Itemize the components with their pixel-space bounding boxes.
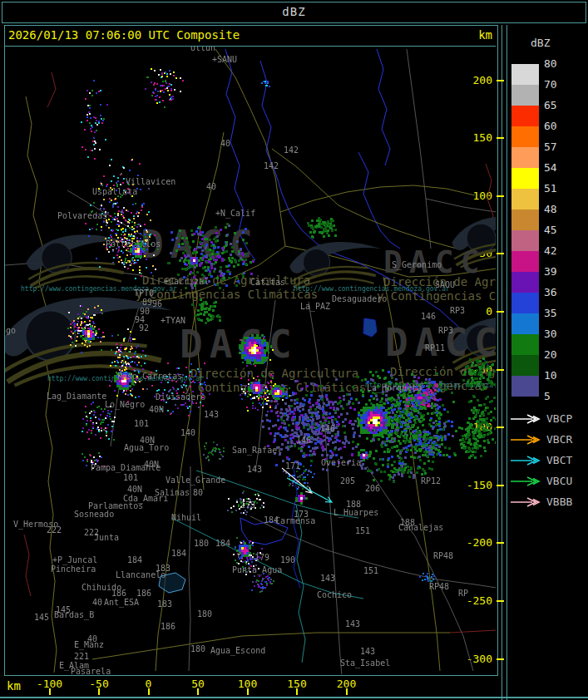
place-label: 143 [320,574,335,583]
place-label: +Carrizal [164,277,209,286]
scale-tick-label: 5 [544,390,574,402]
legend-arrow-icon [509,496,546,508]
scale-swatch [511,230,539,251]
scale-swatch [511,106,539,126]
place-label: La_Horqueta [367,383,422,392]
place-label: Ullun [190,46,215,52]
place-label: Sta_Isabel [340,658,390,668]
axis-tick [98,688,100,695]
place-label: Polvaredas [57,211,107,220]
place-label: 40 [92,598,102,607]
place-label: 184 [127,555,142,564]
scale-swatch [511,313,539,334]
place-label: S_Geronimo [392,260,442,269]
place-label: 151 [363,566,378,575]
scale-tick-label: 36 [544,286,574,298]
axis-tick [497,137,504,139]
place-label: Paso_Carretas [117,372,182,381]
place-label: 173 [294,510,309,519]
axis-tick [346,688,348,695]
place-label: Lo_Negro [105,400,145,409]
place-label: 143 [360,647,375,656]
axis-tick [497,253,504,254]
place-label: 143 [204,410,219,419]
axis-tick [148,688,150,695]
place-label: Junta [94,533,119,542]
place-label: 184 [171,549,186,558]
scale-tick-label: 48 [544,203,574,215]
scale-tick-label: 51 [544,182,574,195]
place-label: La_PAZ [300,302,330,311]
legend-label: VBBB [546,495,572,508]
place-label: Bardas_B [54,610,94,619]
color-scale-title: dBZ [531,37,550,49]
place-label: Ovejeria [321,458,361,467]
place-label: Desaguadero [332,294,387,303]
place-label: 40N [149,405,164,414]
place-label: 190 [280,555,295,564]
scale-swatch [511,189,539,210]
place-label: RP [458,589,468,598]
axis-tick [296,688,298,695]
place-label: 80 [193,488,203,497]
axis-tick [497,600,504,602]
map-frame: 2026/01/13 07:06:00 UTC Composite km DAC… [4,25,498,676]
scale-tick-label: 39 [544,265,574,278]
place-label: +N_Calif [215,209,255,218]
place-label: 171 [285,461,300,471]
place-label: Pampa_Diamante [91,463,161,472]
scale-swatch [511,376,539,397]
scale-tick-label: 60 [544,120,574,132]
scale-swatch [511,272,539,293]
place-label: 101 [134,419,149,428]
place-label: Pincheira [51,564,96,574]
place-label: Cochico [317,590,352,599]
legend-arrow-icon [509,455,546,466]
place-label: 186 [161,622,175,631]
panel-separator-line [506,25,507,700]
legend-label: VBCU [546,475,572,487]
radar-app-window: dBZ 2026/01/13 07:06:00 UTC Composite km… [0,0,588,700]
place-label: 205 [340,476,355,486]
place-label: Agua_Toro [124,443,169,452]
place-label: Catitas [250,278,285,287]
place-label: +TYAN [161,316,185,325]
legend-label: VBCT [546,454,572,466]
place-label: +SANU [212,55,237,64]
place-label: 92 [139,323,149,333]
scale-swatch [511,293,539,313]
panel-separator-line [502,25,502,700]
place-label: ago [5,326,16,335]
place-label: 183 [157,599,172,609]
place-label: 179 [240,500,255,510]
radar-echo-layer [5,47,496,674]
place-label: Divisadero [156,392,205,402]
place-label: 40N [127,485,142,494]
legend-arrow-icon [509,434,546,446]
place-label: Nihuil [171,513,201,522]
place-label: Lag_Diamante [47,392,106,401]
place-label: 186 [111,589,126,598]
place-label: Canalejas [398,523,443,532]
place-label: Punta_Agua [232,565,282,574]
place-label: 142 [284,145,299,155]
place-label: Agua_Escond [210,646,265,655]
scale-tick-label: 42 [544,244,574,257]
scale-swatch [511,168,539,189]
scale-swatch [511,147,539,168]
place-label: RP3 [438,326,453,335]
scale-tick-label: 30 [544,328,574,340]
axis-tick [497,311,504,313]
place-label: RP48 [433,551,453,560]
scale-swatch [511,334,539,355]
place-label: Valle_Grande [166,476,225,485]
place-label: Ant_ESA [104,598,139,607]
window-title: dBZ [0,5,588,18]
place-label: 184 [264,515,279,525]
place-label: RP12 [421,476,441,486]
place-label: Uspallata [92,187,137,196]
place-label: 140 [180,428,195,437]
bottom-border-line [0,697,588,698]
place-label: 142 [264,161,279,170]
place-label: L_Huarpes [334,508,378,517]
